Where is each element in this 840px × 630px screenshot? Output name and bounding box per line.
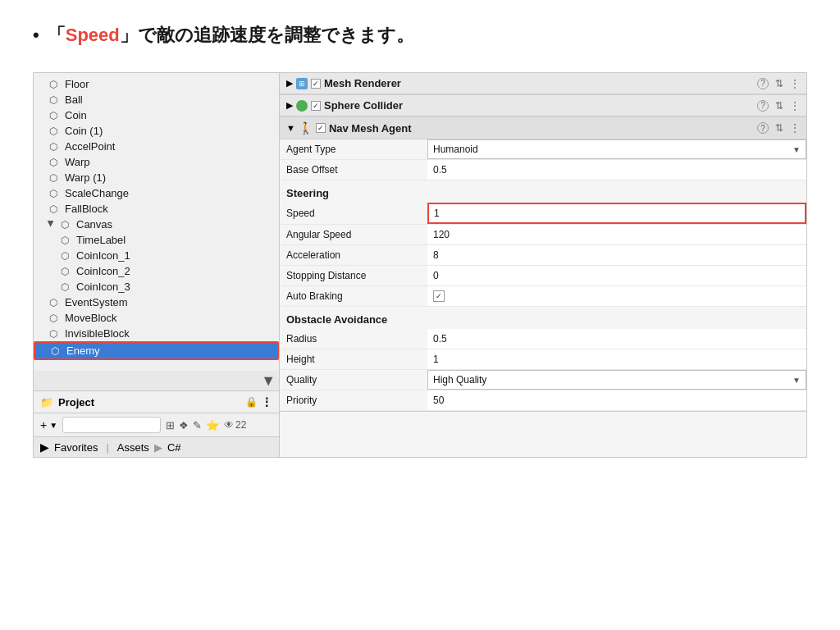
expand-arrow-mesh[interactable]: ▶ xyxy=(286,78,293,89)
prop-value-stopping-distance[interactable]: 0 xyxy=(427,266,806,285)
prop-value-agent-type[interactable]: Humanoid ▼ xyxy=(427,139,806,159)
sphere-collider-controls: ? ⇅ ⋮ xyxy=(757,100,800,112)
hierarchy-item-warp1[interactable]: ⬡ Warp (1) xyxy=(34,170,279,185)
auto-braking-checkbox[interactable] xyxy=(433,290,445,302)
cube-icon-floor: ⬡ xyxy=(47,79,60,90)
lock-icon[interactable]: 🔒 xyxy=(245,396,258,408)
prop-value-base-offset[interactable]: 0.5 xyxy=(427,160,806,180)
hierarchy-item-accelpoint[interactable]: ⬡ AccelPoint xyxy=(34,139,279,154)
cube-icon-moveblock: ⬡ xyxy=(47,313,60,324)
hierarchy-item-coinicon2[interactable]: ⬡ CoinIcon_2 xyxy=(34,263,279,279)
hierarchy-item-warp[interactable]: ⬡ Warp xyxy=(34,154,279,170)
expand-arrow-sphere[interactable]: ▶ xyxy=(286,100,293,111)
hierarchy-label-accelpoint: AccelPoint xyxy=(65,140,115,153)
component-header-sphere-collider[interactable]: ▶ Sphere Collider ? ⇅ ⋮ xyxy=(280,95,806,116)
hierarchy-item-floor[interactable]: ⬡ Floor xyxy=(34,76,279,92)
prop-row-acceleration: Acceleration 8 xyxy=(280,245,806,266)
align-icon-nav[interactable]: ⇅ xyxy=(775,122,783,134)
icon1[interactable]: ⊞ xyxy=(166,419,175,431)
hierarchy-item-coin[interactable]: ⬡ Coin xyxy=(34,107,279,123)
align-icon-sphere[interactable]: ⇅ xyxy=(775,100,783,112)
prop-row-height: Height 1 xyxy=(280,349,806,370)
scroll-down-icon[interactable]: ▼ xyxy=(261,372,276,390)
kebab-icon-nav[interactable]: ⋮ xyxy=(790,122,800,134)
cube-icon-ball: ⬡ xyxy=(47,94,60,106)
hierarchy-label-scalechange: ScaleChange xyxy=(65,187,129,199)
eye-count: 22 xyxy=(235,419,246,431)
dropdown-arrow-add[interactable]: ▼ xyxy=(49,421,57,430)
expand-icon-fav[interactable]: ▶ xyxy=(40,441,49,454)
hierarchy-label-fallblock: FallBlock xyxy=(65,203,108,215)
prop-value-speed[interactable]: 1 xyxy=(427,203,806,224)
menu-icon[interactable]: ⋮ xyxy=(261,395,272,409)
prop-value-height[interactable]: 1 xyxy=(427,349,806,369)
sphere-collider-checkbox[interactable] xyxy=(311,101,321,111)
hierarchy-item-coinicon1[interactable]: ⬡ CoinIcon_1 xyxy=(34,248,279,263)
cube-icon-eventsystem: ⬡ xyxy=(47,297,60,308)
hierarchy-item-canvas[interactable]: ▶ ⬡ Canvas xyxy=(34,217,279,232)
prop-value-quality[interactable]: High Quality ▼ xyxy=(427,370,806,390)
question-icon-sphere[interactable]: ? xyxy=(757,100,769,112)
search-bar: + ▼ ⊞ ❖ ✎ ⭐ 👁 22 xyxy=(34,413,279,436)
sphere-collider-title: Sphere Collider xyxy=(324,99,754,112)
prop-value-priority[interactable]: 50 xyxy=(427,390,806,410)
csharp-label: C# xyxy=(167,441,181,454)
eye-icon: 👁 xyxy=(224,419,234,431)
expand-arrow-nav[interactable]: ▼ xyxy=(286,123,295,133)
prop-value-acceleration[interactable]: 8 xyxy=(427,245,806,265)
prop-row-quality: Quality High Quality ▼ xyxy=(280,370,806,390)
inspector-panel: ▶ ⊞ Mesh Renderer ? ⇅ ⋮ ▶ Sphere Collide… xyxy=(280,73,806,457)
nav-mesh-checkbox[interactable] xyxy=(316,123,326,133)
cube-icon-invisibleblock: ⬡ xyxy=(47,328,60,340)
component-header-mesh-renderer[interactable]: ▶ ⊞ Mesh Renderer ? ⇅ ⋮ xyxy=(280,73,806,94)
hierarchy-item-eventsystem[interactable]: ⬡ EventSystem xyxy=(34,294,279,310)
hierarchy-label-coinicon3: CoinIcon_3 xyxy=(76,281,130,293)
cube-icon-timelabel: ⬡ xyxy=(58,235,71,246)
hierarchy-item-timelabel[interactable]: ⬡ TimeLabel xyxy=(34,232,279,248)
hierarchy-item-enemy[interactable]: ⬡ Enemy xyxy=(34,341,279,360)
prop-row-radius: Radius 0.5 xyxy=(280,329,806,349)
assets-label: Assets xyxy=(117,441,149,454)
nav-mesh-properties: Agent Type Humanoid ▼ Base Offset 0.5 St… xyxy=(280,139,806,411)
question-icon-mesh[interactable]: ? xyxy=(757,78,769,89)
prop-value-angular-speed[interactable]: 120 xyxy=(427,225,806,244)
prop-row-speed: Speed 1 xyxy=(280,203,806,225)
eye-badge: 👁 22 xyxy=(224,419,246,431)
align-icon-mesh[interactable]: ⇅ xyxy=(775,78,783,89)
hierarchy-item-coin1[interactable]: ⬡ Coin (1) xyxy=(34,123,279,139)
hierarchy-label-eventsystem: EventSystem xyxy=(65,296,128,308)
hierarchy-item-invisibleblock[interactable]: ⬡ InvisibleBlock xyxy=(34,326,279,341)
icon2[interactable]: ❖ xyxy=(179,419,189,431)
plus-icon[interactable]: + xyxy=(40,418,47,431)
component-nav-mesh-agent: ▼ 🚶 Nav Mesh Agent ? ⇅ ⋮ Agent Type Huma… xyxy=(280,117,806,412)
hierarchy-label-moveblock: MoveBlock xyxy=(65,312,117,324)
prop-value-auto-braking[interactable] xyxy=(427,286,806,306)
add-button-area[interactable]: + ▼ xyxy=(40,418,57,431)
cube-icon-accelpoint: ⬡ xyxy=(47,141,60,153)
acceleration-value: 8 xyxy=(433,249,439,261)
hierarchy-label-ball: Ball xyxy=(65,94,83,106)
agent-type-value: Humanoid xyxy=(433,144,478,155)
search-input[interactable] xyxy=(62,417,161,433)
mesh-renderer-checkbox[interactable] xyxy=(311,79,321,89)
height-value: 1 xyxy=(433,354,439,365)
cube-icon-warp: ⬡ xyxy=(47,157,60,168)
icon4[interactable]: ⭐ xyxy=(206,419,219,431)
icon3[interactable]: ✎ xyxy=(193,419,202,431)
quality-value: High Quality xyxy=(433,374,486,386)
arrow-right: ▶ xyxy=(154,441,162,454)
speed-value: 1 xyxy=(434,208,440,219)
component-header-nav-mesh[interactable]: ▼ 🚶 Nav Mesh Agent ? ⇅ ⋮ xyxy=(280,117,806,139)
question-icon-nav[interactable]: ? xyxy=(757,122,769,134)
folder-icon: 📁 xyxy=(40,396,53,409)
hierarchy-item-moveblock[interactable]: ⬡ MoveBlock xyxy=(34,310,279,326)
kebab-icon-sphere[interactable]: ⋮ xyxy=(790,100,800,112)
prop-value-radius[interactable]: 0.5 xyxy=(427,329,806,349)
hierarchy-item-ball[interactable]: ⬡ Ball xyxy=(34,92,279,107)
hierarchy-item-scalechange[interactable]: ⬡ ScaleChange xyxy=(34,185,279,201)
kebab-icon-mesh[interactable]: ⋮ xyxy=(790,78,800,89)
cube-icon-coin: ⬡ xyxy=(47,110,60,121)
hierarchy-item-coinicon3[interactable]: ⬡ CoinIcon_3 xyxy=(34,279,279,294)
hierarchy-item-fallblock[interactable]: ⬡ FallBlock xyxy=(34,201,279,217)
prop-row-angular-speed: Angular Speed 120 xyxy=(280,225,806,245)
